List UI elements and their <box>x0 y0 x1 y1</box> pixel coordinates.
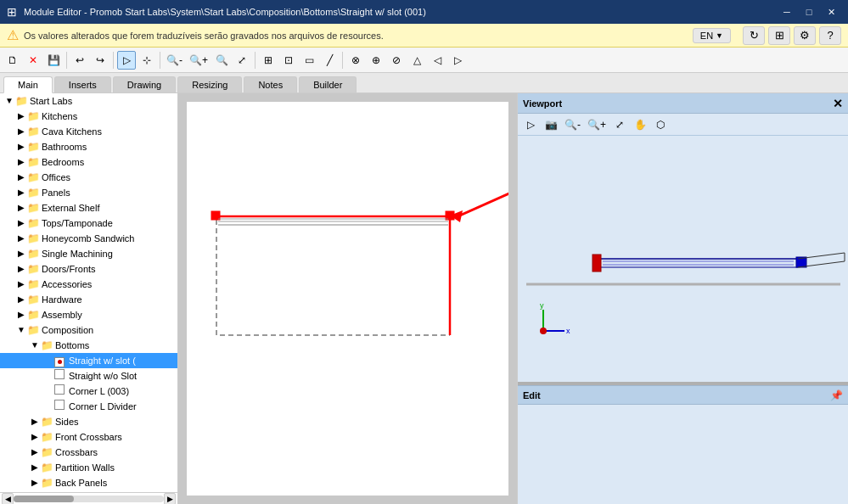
grid-toggle-button[interactable]: ⊞ <box>259 51 278 70</box>
minimize-button[interactable]: ─ <box>777 3 797 20</box>
scroll-right-button[interactable]: ▶ <box>164 493 176 505</box>
sidebar-item-start-labs[interactable]: ▼ 📁 Start Labs <box>0 93 177 109</box>
tab-notes[interactable]: Notes <box>244 76 297 92</box>
drawing-area[interactable] <box>178 93 517 504</box>
expander-crossbars[interactable]: ▶ <box>29 446 41 458</box>
expander-doors[interactable]: ▶ <box>15 263 27 275</box>
zoom-reset-button[interactable]: 🔍 <box>212 51 231 70</box>
tool2-button[interactable]: ⊕ <box>367 51 385 70</box>
zoom-in-button[interactable]: 🔍+ <box>187 51 211 70</box>
title-text: Module Editor - Promob Start Labs\System… <box>24 7 770 17</box>
expander-assembly[interactable]: ▶ <box>15 309 27 321</box>
sidebar-item-kitchens[interactable]: ▶ 📁 Kitchens <box>0 109 177 124</box>
hscroll-track[interactable] <box>14 496 164 502</box>
sidebar-item-bathrooms[interactable]: ▶ 📁 Bathrooms <box>0 139 177 154</box>
sidebar-item-accessories[interactable]: ▶ 📁 Accessories <box>0 277 177 292</box>
scroll-left-button[interactable]: ◀ <box>2 493 14 505</box>
redo-button[interactable]: ↪ <box>91 51 110 70</box>
expander-cava-kitchens[interactable]: ▶ <box>15 126 27 137</box>
tab-inserts[interactable]: Inserts <box>54 76 111 92</box>
expander-bedrooms[interactable]: ▶ <box>15 156 27 168</box>
language-button[interactable]: EN ▼ <box>693 28 731 43</box>
expander-offices[interactable]: ▶ <box>15 171 27 183</box>
sidebar-item-crossbars[interactable]: ▶ 📁 Crossbars <box>0 445 177 460</box>
vp-view3d-button[interactable]: ⬡ <box>651 115 670 134</box>
draw-rect-button[interactable]: ▭ <box>300 51 318 70</box>
sidebar-item-cava-kitchens[interactable]: ▶ 📁 Cava Kitchens <box>0 124 177 139</box>
tool3-button[interactable]: ⊘ <box>387 51 406 70</box>
expander-back-panels[interactable]: ▶ <box>29 477 41 489</box>
expander-accessories[interactable]: ▶ <box>15 278 27 290</box>
sidebar-item-doors[interactable]: ▶ 📁 Doors/Fronts <box>0 261 177 277</box>
zoom-fit-button[interactable]: ⤢ <box>233 51 251 70</box>
sidebar-item-corner-l-003[interactable]: Corner L (003) <box>0 384 177 399</box>
sidebar-item-front-crossbars[interactable]: ▶ 📁 Front Crossbars <box>0 429 177 445</box>
sidebar-item-hardware[interactable]: ▶ 📁 Hardware <box>0 292 177 307</box>
sidebar-item-honeycomb[interactable]: ▶ 📁 Honeycomb Sandwich <box>0 231 177 246</box>
vp-zoom-fit-button[interactable]: ⤢ <box>610 115 629 134</box>
expander-bottoms[interactable]: ▼ <box>29 339 41 351</box>
settings-button[interactable]: ⚙ <box>794 26 816 45</box>
expander-tops[interactable]: ▶ <box>15 217 27 229</box>
close-file-button[interactable]: ✕ <box>24 51 42 70</box>
sidebar-scrollbar[interactable]: ◀ ▶ <box>0 492 177 504</box>
edit-pin-button[interactable]: 📌 <box>830 389 843 401</box>
sidebar-item-back-panels[interactable]: ▶ 📁 Back Panels <box>0 475 177 490</box>
tab-builder[interactable]: Builder <box>299 76 357 92</box>
new-button[interactable]: 🗋 <box>3 51 22 70</box>
tab-resizing[interactable]: Resizing <box>177 76 242 92</box>
tool4-button[interactable]: △ <box>407 51 426 70</box>
vp-pan-button[interactable]: ✋ <box>631 115 649 134</box>
tool1-button[interactable]: ⊗ <box>346 51 365 70</box>
viewport-close-button[interactable]: ✕ <box>833 98 843 109</box>
sidebar-item-sides[interactable]: ▶ 📁 Sides <box>0 414 177 429</box>
maximize-button[interactable]: □ <box>799 3 819 20</box>
tab-main[interactable]: Main <box>3 76 53 93</box>
sidebar-item-bottoms[interactable]: ▼ 📁 Bottoms <box>0 338 177 353</box>
sidebar-item-straight-wo-slot[interactable]: Straight w/o Slot <box>0 368 177 384</box>
vp-camera-button[interactable]: 📷 <box>542 115 560 134</box>
save-button[interactable]: 💾 <box>44 51 63 70</box>
sidebar-item-corner-l-divider[interactable]: Corner L Divider <box>0 399 177 414</box>
draw-line-button[interactable]: ╱ <box>320 51 339 70</box>
sidebar-item-tops[interactable]: ▶ 📁 Tops/Tamponade <box>0 216 177 231</box>
refresh-button[interactable]: ↻ <box>743 26 765 45</box>
expander-single-machining[interactable]: ▶ <box>15 248 27 260</box>
grid-button[interactable]: ⊞ <box>768 26 790 45</box>
expander-honeycomb[interactable]: ▶ <box>15 232 27 244</box>
expander-panels[interactable]: ▶ <box>15 187 27 199</box>
tab-drawing[interactable]: Drawing <box>113 76 176 92</box>
close-button[interactable]: ✕ <box>821 3 841 20</box>
expander-hardware[interactable]: ▶ <box>15 294 27 305</box>
snap-button[interactable]: ⊡ <box>279 51 298 70</box>
sidebar-item-bedrooms[interactable]: ▶ 📁 Bedrooms <box>0 154 177 170</box>
sidebar-item-external-shelf[interactable]: ▶ 📁 External Shelf <box>0 200 177 216</box>
expander-external-shelf[interactable]: ▶ <box>15 202 27 214</box>
zoom-out-button[interactable]: 🔍- <box>164 51 185 70</box>
vp-select-button[interactable]: ▷ <box>521 115 540 134</box>
expander-start-labs[interactable]: ▼ <box>3 95 15 107</box>
sidebar-item-partition-walls[interactable]: ▶ 📁 Partition Walls <box>0 460 177 475</box>
sidebar-item-straight-slot[interactable]: Straight w/ slot ( <box>0 353 177 368</box>
sidebar-item-offices[interactable]: ▶ 📁 Offices <box>0 170 177 185</box>
cursor-button[interactable]: ▷ <box>117 51 136 70</box>
expander-composition[interactable]: ▼ <box>15 324 27 336</box>
expander-front-crossbars[interactable]: ▶ <box>29 431 41 443</box>
undo-button[interactable]: ↩ <box>70 51 89 70</box>
expander-bathrooms[interactable]: ▶ <box>15 141 27 153</box>
expander-sides[interactable]: ▶ <box>29 416 41 428</box>
hscroll-thumb[interactable] <box>14 496 74 502</box>
sidebar-item-panels[interactable]: ▶ 📁 Panels <box>0 185 177 200</box>
vp-zoom-in-button[interactable]: 🔍+ <box>585 115 609 134</box>
tool5-button[interactable]: ◁ <box>428 51 446 70</box>
tool6-button[interactable]: ▷ <box>448 51 467 70</box>
vp-zoom-out-button[interactable]: 🔍- <box>562 115 583 134</box>
select-button[interactable]: ⊹ <box>138 51 156 70</box>
sidebar-scroll[interactable]: ▼ 📁 Start Labs ▶ 📁 Kitchens ▶ 📁 Cava Kit… <box>0 93 177 492</box>
sidebar-item-assembly[interactable]: ▶ 📁 Assembly <box>0 307 177 322</box>
sidebar-item-composition[interactable]: ▼ 📁 Composition <box>0 322 177 338</box>
expander-partition-walls[interactable]: ▶ <box>29 462 41 473</box>
help-button[interactable]: ? <box>819 26 841 45</box>
expander-kitchens[interactable]: ▶ <box>15 110 27 122</box>
sidebar-item-single-machining[interactable]: ▶ 📁 Single Machining <box>0 246 177 261</box>
